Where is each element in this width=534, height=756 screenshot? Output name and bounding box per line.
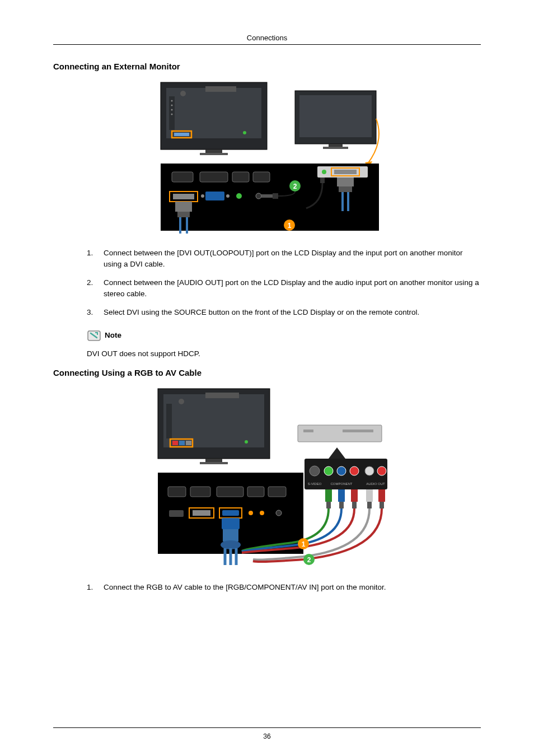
svg-point-87 <box>377 466 386 475</box>
diagram-rgb-av: S-VIDEO COMPONENT AUDIO OUT 1 2 <box>147 386 387 571</box>
svg-rect-23 <box>253 172 270 182</box>
step-number: 3. <box>87 307 104 318</box>
svg-rect-57 <box>200 462 228 464</box>
step-item: 1. Connect between the [DVI OUT(LOOPOUT)… <box>87 248 481 269</box>
svg-point-84 <box>350 466 359 475</box>
footer-rule <box>53 727 481 728</box>
svg-rect-72 <box>222 510 239 516</box>
svg-rect-38 <box>334 170 357 174</box>
svg-point-82 <box>324 466 333 475</box>
svg-rect-21 <box>200 172 228 182</box>
note-block: Note DVI OUT does not support HDCP. <box>87 329 481 358</box>
svg-point-75 <box>276 510 282 516</box>
svg-rect-93 <box>351 489 358 502</box>
svg-rect-97 <box>378 489 385 502</box>
section2-steps: 1. Connect the RGB to AV cable to the [R… <box>87 582 481 593</box>
svg-rect-34 <box>177 212 190 217</box>
svg-point-28 <box>226 194 229 198</box>
svg-rect-41 <box>320 178 325 183</box>
svg-point-6 <box>171 105 173 106</box>
section1-title: Connecting an External Monitor <box>53 62 481 71</box>
svg-text:COMPONENT: COMPONENT <box>331 482 353 486</box>
svg-rect-16 <box>329 144 343 147</box>
figure-external-monitor: 2 1 <box>53 80 481 236</box>
header-rule <box>53 44 481 45</box>
svg-rect-25 <box>173 194 194 199</box>
svg-rect-98 <box>380 502 384 508</box>
page-header-title: Connections <box>53 34 481 42</box>
svg-text:2: 2 <box>307 556 311 564</box>
svg-rect-95 <box>366 489 373 502</box>
svg-rect-13 <box>200 153 228 155</box>
svg-point-5 <box>171 100 173 102</box>
svg-rect-10 <box>174 133 189 136</box>
svg-rect-91 <box>338 489 345 502</box>
svg-point-55 <box>245 440 248 444</box>
svg-rect-3 <box>205 86 236 92</box>
svg-rect-89 <box>325 489 332 502</box>
svg-text:S-VIDEO: S-VIDEO <box>308 482 322 486</box>
step-number: 1. <box>87 582 104 593</box>
step-number: 2. <box>87 277 104 299</box>
section2-title: Connecting Using a RGB to AV Cable <box>53 368 481 377</box>
svg-rect-64 <box>190 487 210 497</box>
diagram-external-monitor: 2 1 <box>149 80 385 236</box>
page-footer: 36 <box>53 727 481 740</box>
svg-rect-77 <box>223 529 238 542</box>
svg-rect-66 <box>247 487 264 497</box>
svg-text:1: 1 <box>302 540 306 548</box>
step-item: 1. Connect the RGB to AV cable to the [R… <box>87 582 481 593</box>
svg-rect-15 <box>299 95 372 137</box>
svg-rect-26 <box>205 192 224 200</box>
svg-rect-17 <box>323 147 348 149</box>
svg-rect-90 <box>326 502 331 508</box>
svg-rect-50 <box>166 404 172 438</box>
svg-rect-12 <box>205 150 222 153</box>
svg-rect-40 <box>339 186 352 192</box>
svg-point-8 <box>171 114 173 115</box>
svg-text:1: 1 <box>288 222 292 230</box>
section1-steps: 1. Connect between the [DVI OUT(LOOPOUT)… <box>87 248 481 318</box>
svg-point-29 <box>236 193 242 199</box>
svg-point-27 <box>201 194 204 198</box>
step-number: 1. <box>87 248 104 269</box>
svg-point-36 <box>322 170 326 174</box>
step-item: 2. Connect between the [AUDIO OUT] port … <box>87 277 481 299</box>
svg-point-73 <box>249 511 253 515</box>
note-header: Note <box>87 329 481 342</box>
svg-point-11 <box>243 131 246 134</box>
svg-rect-92 <box>339 502 344 508</box>
svg-rect-49 <box>205 393 239 398</box>
svg-point-48 <box>179 399 184 404</box>
svg-text:2: 2 <box>293 183 297 190</box>
svg-rect-94 <box>352 502 357 508</box>
svg-rect-20 <box>172 172 193 182</box>
svg-rect-59 <box>303 430 313 432</box>
note-icon <box>87 329 101 342</box>
svg-rect-31 <box>261 194 273 198</box>
svg-point-78 <box>221 540 241 549</box>
svg-rect-70 <box>193 510 210 516</box>
note-text: DVI OUT does not support HDCP. <box>87 349 481 358</box>
svg-point-7 <box>171 109 173 111</box>
svg-rect-96 <box>367 502 372 508</box>
svg-rect-32 <box>273 193 278 199</box>
svg-point-2 <box>180 91 186 96</box>
svg-rect-60 <box>343 430 373 432</box>
svg-rect-33 <box>175 202 192 212</box>
svg-point-74 <box>260 511 264 515</box>
svg-marker-61 <box>329 447 345 459</box>
svg-point-30 <box>256 193 261 199</box>
svg-rect-52 <box>172 441 178 445</box>
svg-text:AUDIO OUT: AUDIO OUT <box>366 482 385 486</box>
svg-rect-68 <box>169 510 184 517</box>
step-text: Connect the RGB to AV cable to the [RGB/… <box>104 582 386 593</box>
svg-rect-67 <box>268 487 286 497</box>
svg-rect-58 <box>298 425 382 442</box>
svg-rect-76 <box>222 518 240 529</box>
svg-rect-22 <box>232 172 249 182</box>
svg-rect-63 <box>168 487 186 497</box>
svg-point-86 <box>365 466 374 475</box>
svg-point-80 <box>310 466 320 476</box>
svg-rect-54 <box>186 441 191 445</box>
